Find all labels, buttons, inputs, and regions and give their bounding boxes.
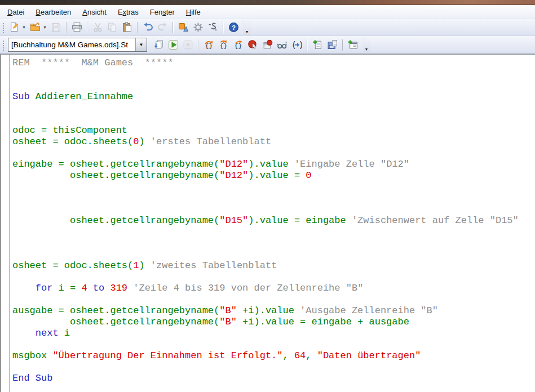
code-line (12, 193, 535, 204)
help-button[interactable]: ? (227, 21, 240, 34)
copy-button (105, 21, 119, 34)
chevron-down-icon: ▾ (246, 29, 248, 34)
breakpoint-dialog-icon (262, 39, 273, 50)
toolbar-grip[interactable] (2, 39, 4, 51)
toolbar-separator (342, 39, 343, 51)
basic-ide-window: DateiBearbeitenAnsichtExtrasFensterHilfe… (0, 0, 535, 55)
stop-button (181, 38, 194, 52)
toolbar-separator (87, 22, 87, 33)
svg-text:{}: {} (219, 42, 227, 50)
menu-fenster[interactable]: Fenster (145, 6, 180, 18)
code-line (12, 69, 535, 80)
step-out-icon: {} (233, 39, 244, 50)
chevron-down-icon: ▼ (139, 42, 144, 47)
menu-datei[interactable]: Datei (2, 6, 29, 18)
code-line (12, 114, 535, 125)
code-line (12, 294, 535, 305)
help-icon: ? (228, 22, 239, 33)
gear-icon (193, 22, 204, 33)
code-line (12, 238, 535, 249)
toolbar-separator (173, 22, 173, 33)
dialog-plus-icon (348, 39, 359, 50)
code-line (12, 271, 535, 283)
code-line: osheet.getcellrangebyname("B" +i).value … (12, 317, 535, 328)
breakpoint-button[interactable] (246, 38, 259, 52)
menu-bearbeiten[interactable]: Bearbeiten (30, 6, 76, 18)
parentheses-icon: () (291, 39, 302, 50)
code-line (12, 103, 535, 114)
procedure-step-button[interactable]: {} (202, 38, 215, 52)
library-selector-dropdown-button[interactable]: ▼ (135, 38, 147, 51)
clipboard-icon (122, 22, 132, 33)
toolbar-overflow-button[interactable]: ▾ (362, 37, 370, 52)
single-step-button[interactable]: {} (216, 38, 230, 52)
compile-button[interactable] (152, 38, 165, 52)
menu-ansicht[interactable]: Ansicht (77, 6, 112, 18)
code-line: osheet = odoc.sheets(0) 'erstes Tabellen… (12, 136, 535, 148)
library-selector-value: [Buchhaltung M&M Games.ods].St (8, 38, 135, 51)
undo-button[interactable] (141, 21, 154, 34)
toolbar-grip[interactable] (2, 22, 4, 33)
glasses-icon (277, 39, 288, 50)
step-into-icon: {} (218, 39, 229, 50)
new-document-button[interactable] (7, 21, 21, 34)
toolbar-separator (223, 22, 223, 33)
step-out-button[interactable]: {} (231, 38, 245, 52)
paste-button[interactable] (120, 21, 134, 34)
redo-button (156, 21, 169, 34)
toolbar-separator (137, 22, 138, 33)
menu-hilfe[interactable]: Hilfe (181, 6, 206, 18)
code-line: for i = 4 to 319 'Zeile 4 bis 319 von de… (12, 283, 535, 294)
enable-watch-button[interactable] (275, 38, 289, 52)
stop-icon (183, 39, 193, 50)
chevron-down-icon: ▾ (365, 47, 368, 52)
toolbar-overflow-button[interactable]: ▾ (242, 20, 251, 35)
options-button[interactable] (191, 21, 205, 34)
code-line: osheet.getcellrangebyname("D12").value =… (12, 170, 535, 181)
insert-source-text-button[interactable] (311, 38, 324, 52)
open-folder-icon (30, 22, 41, 33)
dropdown-caret-icon[interactable]: ▾ (42, 21, 47, 34)
breakpoint-icon (247, 39, 258, 50)
breakpoint-gutter[interactable] (0, 55, 10, 392)
dropdown-caret-icon[interactable]: ▾ (21, 21, 26, 34)
code-line (12, 80, 535, 91)
code-editor[interactable]: REM ***** M&M Games *****Sub Addieren_Ei… (0, 54, 535, 392)
save-source-button[interactable] (325, 38, 339, 52)
svg-text:(: ( (291, 41, 296, 50)
shapes-icon (178, 22, 189, 33)
save-icon (51, 22, 61, 33)
code-line: Sub Addieren_Einnahme (12, 91, 535, 103)
code-line (12, 148, 535, 159)
print-button[interactable] (70, 21, 83, 34)
menu-bar: DateiBearbeitenAnsichtExtrasFensterHilfe (0, 5, 535, 19)
code-line: osheet = odoc.sheets(1) 'zweites Tabelle… (12, 260, 535, 271)
find-parentheses-button[interactable]: () (290, 38, 303, 52)
toolbar-separator (198, 39, 198, 51)
code-line: ausgabe = osheet.getcellrangebyname("B" … (12, 305, 535, 317)
run-button[interactable] (166, 38, 180, 52)
code-line: End Sub (12, 373, 535, 384)
cut-button (91, 21, 104, 34)
macro-toolbar: [Buchhaltung M&M Games.ods].St ▼ {}{}{}(… (0, 36, 535, 55)
insert-dialog-button[interactable] (346, 38, 360, 52)
standard-toolbar: ▾▾? ▾ (0, 19, 535, 36)
code-text[interactable]: REM ***** M&M Games *****Sub Addieren_Ei… (10, 55, 535, 392)
macros-button[interactable] (206, 21, 219, 34)
manage-breakpoints-button[interactable] (260, 38, 274, 52)
dialogs-button[interactable] (176, 21, 190, 34)
code-line: REM ***** M&M Games ***** (12, 57, 535, 69)
open-button[interactable] (28, 21, 42, 34)
menu-extras[interactable]: Extras (113, 6, 144, 18)
code-line (12, 204, 535, 215)
document-plus-icon (312, 39, 323, 50)
redo-arrow-icon (157, 22, 168, 33)
code-line: osheet.getcellrangebyname("D15").value =… (12, 215, 535, 226)
code-line (12, 181, 535, 193)
library-selector[interactable]: [Buchhaltung M&M Games.ods].St ▼ (8, 38, 147, 52)
toolbar-separator (307, 39, 307, 51)
svg-text:?: ? (231, 24, 235, 31)
code-line: msgbox "Übertragung Der Einnahmen ist Er… (12, 350, 535, 362)
undo-arrow-icon (143, 22, 153, 33)
scissors-icon (92, 22, 103, 33)
